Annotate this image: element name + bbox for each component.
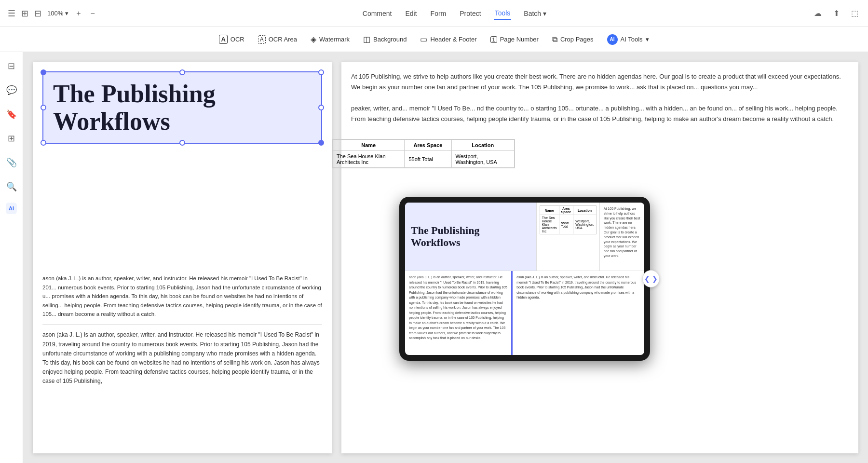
zoom-in-icon[interactable]: + [74,7,82,20]
ocr-area-icon: A [258,35,266,44]
doc-title: The Publishing Workflows [53,80,312,135]
tool-background[interactable]: ◫ Background [358,32,411,47]
nav-form[interactable]: Form [430,8,448,19]
tablet-body-left: ason (aka J. L.) is an author, speaker, … [405,271,513,355]
doc-divider [42,324,322,325]
tool-ai-tools[interactable]: AI AI Tools ▾ [602,31,654,48]
table-header-aresspace: Ares Space [405,140,451,151]
handle-bot-left[interactable] [41,140,46,146]
right-panel-text: At 105 Publishing, we strive to help aut… [351,71,849,93]
grid-view-icon[interactable]: ⊞ [21,8,28,19]
doc-table: Name Ares Space Location The Sea House K… [332,139,515,168]
table-cell-aresspace: 55oft Total [405,151,451,168]
tablet-nav-button[interactable]: ❮ ❯ [642,270,660,287]
sidebar-attachments-icon[interactable]: 📎 [3,154,20,171]
doc-left-panel: The Publishing Workflows Name Ares Space… [33,62,332,453]
table-cell-name: The Sea House KlanArchitects Inc [333,151,405,168]
sidebar-ai-icon[interactable]: AI [6,203,17,214]
zoom-value: 100% [47,10,63,17]
handle-top-mid[interactable] [179,69,185,75]
corner-dot [41,69,46,75]
handle-bot-right[interactable] [318,140,324,146]
tablet-td-ares: 55oft Total [559,215,573,234]
tool-ocr-area[interactable]: A OCR Area [253,32,302,47]
tool-page-number[interactable]: 1 Page Number [486,33,543,46]
tool-watermark[interactable]: ◈ Watermark [306,32,354,47]
window-mode-icon[interactable]: ⬚ [849,7,860,20]
tool-crop-pages[interactable]: ⧉ Crop Pages [547,32,598,47]
doc-body-text-1: ason (aka J. L.) is an author, speaker, … [42,274,322,318]
tablet-top-section: The PublishingWorkflows Name Ares Space … [405,203,644,271]
tablet-title-area: The PublishingWorkflows [405,203,537,271]
split-view-icon[interactable]: ⊟ [34,8,41,19]
nav-batch[interactable]: Batch ▾ [523,8,547,19]
tools-toolbar: A OCR A OCR Area ◈ Watermark ◫ Backgroun… [0,27,868,52]
nav-edit[interactable]: Edit [404,8,418,19]
tablet-screen: The PublishingWorkflows Name Ares Space … [405,203,644,355]
right-panel-text-2: peaker, writer, and... memoir "I Used To… [351,103,849,124]
tool-background-label: Background [373,36,407,43]
header-footer-icon: ▭ [420,35,427,44]
doc-body-text-2: ason (aka J. L.) is an author, speaker, … [42,330,322,386]
tablet-td-name: The Sea House Klan Architects Inc [540,215,559,234]
tablet-table-row: The Sea House Klan Architects Inc 55oft … [540,215,596,234]
table-row: The Sea House KlanArchitects Inc 55oft T… [333,151,515,168]
sidebar-search-icon[interactable]: 🔍 [3,178,20,195]
sidebar-pages-icon[interactable]: ⊟ [5,58,18,74]
page-number-icon: 1 [490,36,497,43]
table-cell-location: Westport,Washington, USA [451,151,514,168]
top-bar-right: ☁ ⬆ ⬚ [812,7,860,20]
tool-ai-tools-label: AI Tools [621,36,643,43]
handle-bot-mid[interactable] [179,140,185,146]
tool-ocr[interactable]: A OCR [214,32,249,47]
document-content: The Publishing Workflows Name Ares Space… [23,52,868,463]
upload-cloud-icon[interactable]: ☁ [812,7,824,20]
title-block[interactable]: The Publishing Workflows [42,71,322,144]
tool-page-number-label: Page Number [500,36,539,43]
tablet-table-area: Name Ares Space Location The Sea House K… [537,203,599,271]
tablet-th-loc: Location [573,206,597,215]
tablet-overlay: The PublishingWorkflows Name Ares Space … [399,197,650,361]
zoom-dropdown-icon[interactable]: ▾ [65,10,68,17]
main-area: ⊟ 💬 🔖 ⊞ 📎 🔍 AI [0,52,868,463]
nav-protect[interactable]: Protect [459,8,482,19]
handle-mid-right[interactable] [318,105,324,110]
zoom-out-icon[interactable]: − [89,7,97,20]
table-header-name: Name [333,140,405,151]
sidebar-comments-icon[interactable]: 💬 [3,82,20,98]
table-header-location: Location [451,140,514,151]
share-icon[interactable]: ⬆ [831,7,841,20]
top-bar: ☰ ⊞ ⊟ 100% ▾ + − Comment Edit Form Prote… [0,0,868,27]
tablet-bottom-section: ason (aka J. L.) is an author, speaker, … [405,271,644,355]
tablet-title-text: The PublishingWorkflows [411,225,479,248]
handle-mid-left[interactable] [41,105,46,110]
doc-area: The Publishing Workflows Name Ares Space… [23,52,868,463]
tablet-right-text: At 105 Publishing, we strive to help aut… [599,203,644,271]
batch-dropdown-icon: ▾ [543,10,546,17]
tablet-th-ares: Ares Space [559,206,573,215]
ocr-icon: A [219,35,227,44]
nav-comment[interactable]: Comment [362,8,393,19]
tablet-body-right: ason (aka J. L.) is an author, speaker, … [513,271,644,355]
sidebar-bookmarks-icon[interactable]: 🔖 [3,106,20,123]
background-icon: ◫ [363,35,370,44]
sidebar-toggle-icon[interactable]: ☰ [8,8,15,19]
tool-watermark-label: Watermark [319,36,350,43]
tablet-th-name: Name [540,206,559,215]
zoom-control[interactable]: 100% ▾ [47,10,68,17]
top-bar-nav: Comment Edit Form Protect Tools Batch ▾ [362,7,547,20]
sidebar-layers-icon[interactable]: ⊞ [5,130,18,147]
ai-tools-icon: AI [607,34,618,45]
tool-ocr-label: OCR [231,36,244,43]
left-sidebar: ⊟ 💬 🔖 ⊞ 📎 🔍 AI [0,52,23,463]
handle-top-right[interactable] [318,69,324,75]
tool-header-footer[interactable]: ▭ Header & Footer [415,32,481,47]
tool-ocr-area-label: OCR Area [269,36,297,43]
ai-tools-dropdown-icon: ▾ [646,36,649,43]
nav-tools[interactable]: Tools [494,7,512,20]
tool-crop-pages-label: Crop Pages [560,36,594,43]
tool-header-footer-label: Header & Footer [430,36,476,43]
tablet-table: Name Ares Space Location The Sea House K… [540,205,597,234]
top-bar-left: ☰ ⊞ ⊟ 100% ▾ + − [8,7,97,20]
tablet-td-loc: Westport, Washington, USA [573,215,597,234]
